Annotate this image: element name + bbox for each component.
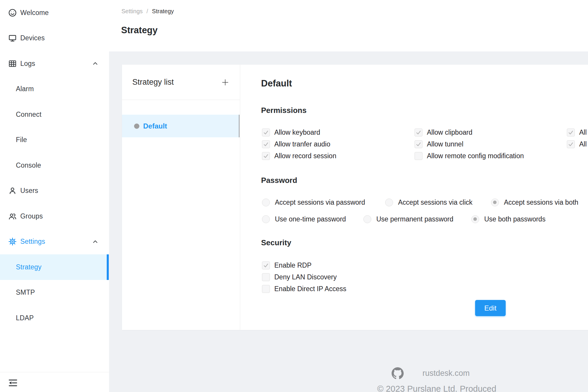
chevron-up-icon	[91, 238, 99, 246]
checkbox-checked[interactable]	[415, 129, 422, 136]
checkbox-checked[interactable]	[415, 140, 422, 148]
permissions-heading: Permissions	[261, 106, 307, 115]
user-icon	[8, 186, 17, 195]
permissions-grid: Allow keyboard Allow clipboard All Allow…	[262, 126, 588, 162]
strategy-list-title: Strategy list	[132, 78, 174, 87]
sidebar-item-label: Groups	[20, 212, 43, 220]
permission-allow-remote-config: Allow remote config modification	[415, 150, 567, 162]
security-enable-direct-ip: Enable Direct IP Access	[262, 283, 346, 295]
sidebar-item-logs[interactable]: Logs	[0, 51, 109, 76]
sidebar-item-groups[interactable]: Groups	[0, 203, 109, 229]
strategy-list-header: Strategy list	[122, 65, 240, 100]
radio-unselected[interactable]	[363, 215, 371, 223]
permission-truncated-2: All	[567, 138, 588, 150]
permission-allow-clipboard: Allow clipboard	[415, 126, 567, 138]
sidebar-item-strategy[interactable]: Strategy	[0, 254, 109, 280]
strategy-detail-title: Default	[261, 78, 292, 89]
users-icon	[8, 212, 17, 221]
sidebar-item-label: Welcome	[20, 9, 49, 17]
radio-selected[interactable]	[471, 215, 479, 223]
edit-button[interactable]: Edit	[475, 300, 506, 316]
sidebar-item-label: Settings	[20, 238, 45, 246]
checkbox-checked[interactable]	[262, 152, 270, 160]
radio-accept-via-click[interactable]: Accept sessions via click	[385, 196, 472, 208]
sidebar-divider	[0, 372, 109, 372]
permission-truncated-1: All	[567, 126, 588, 138]
radio-unselected[interactable]	[262, 215, 270, 223]
checkbox-unchecked[interactable]	[262, 273, 270, 281]
security-deny-lan-discovery: Deny LAN Discovery	[262, 271, 346, 283]
github-icon[interactable]	[392, 367, 404, 379]
radio-unselected[interactable]	[385, 198, 393, 206]
permission-allow-tunnel: Allow tunnel	[415, 138, 567, 150]
checkbox-unchecked[interactable]	[262, 285, 270, 293]
permission-allow-keyboard: Allow keyboard	[262, 126, 415, 138]
chevron-up-icon	[91, 60, 99, 67]
sidebar-item-smtp[interactable]: SMTP	[0, 280, 109, 306]
sidebar-item-settings[interactable]: Settings	[0, 229, 109, 255]
sidebar-item-devices[interactable]: Devices	[0, 26, 109, 51]
radio-permanent-password[interactable]: Use permanent password	[363, 213, 453, 225]
rustdesk-link[interactable]: rustdesk.com	[422, 369, 470, 378]
add-strategy-button[interactable]	[220, 77, 230, 88]
permission-allow-record-session: Allow record session	[262, 150, 415, 162]
sidebar-item-file[interactable]: File	[0, 127, 109, 153]
security-enable-rdp: Enable RDP	[262, 259, 346, 271]
radio-unselected[interactable]	[262, 198, 270, 206]
menu-fold-icon	[8, 378, 18, 388]
sidebar-item-label: Strategy	[16, 263, 41, 271]
plus-icon	[221, 78, 230, 87]
sidebar-item-label: SMTP	[16, 288, 35, 296]
permission-allow-transfer-audio: Allow tranfer audio	[262, 138, 415, 150]
sidebar-item-label: Logs	[20, 60, 35, 68]
password-heading: Password	[261, 176, 297, 185]
sidebar-item-label: Connect	[16, 111, 41, 119]
app-window: Welcome Devices Logs	[0, 0, 588, 392]
breadcrumb-separator: /	[146, 8, 148, 15]
sidebar-item-label: Alarm	[16, 85, 34, 93]
list-scrollbar[interactable]	[239, 115, 240, 137]
security-list: Enable RDP Deny LAN Discovery Enable Dir…	[262, 259, 346, 295]
checkbox-checked[interactable]	[567, 129, 575, 136]
strategy-card: Strategy list Default Default Permission…	[122, 65, 588, 330]
checkbox-checked[interactable]	[262, 129, 270, 136]
strategy-item-label: Default	[143, 122, 167, 130]
monitor-icon	[8, 34, 17, 43]
radio-accept-via-password[interactable]: Accept sessions via password	[262, 196, 365, 208]
breadcrumb-settings[interactable]: Settings	[121, 8, 143, 15]
radio-one-time-password[interactable]: Use one-time password	[262, 213, 346, 225]
sidebar-item-users[interactable]: Users	[0, 178, 109, 204]
sidebar-item-label: Users	[20, 187, 38, 195]
breadcrumb: Settings / Strategy	[121, 8, 174, 15]
strategy-list-panel: Strategy list Default	[122, 65, 240, 330]
sidebar-item-label: LDAP	[16, 314, 34, 322]
table-icon	[8, 59, 17, 68]
sidebar-item-connect[interactable]: Connect	[0, 102, 109, 127]
strategy-list-item-default[interactable]: Default	[122, 115, 240, 137]
checkbox-checked[interactable]	[567, 140, 575, 148]
sidebar-item-label: Devices	[20, 34, 45, 42]
collapse-sidebar-button[interactable]	[6, 376, 19, 389]
checkbox-checked[interactable]	[262, 261, 270, 269]
copyright-text: © 2023 Purslane Ltd. Produced	[377, 384, 496, 392]
radio-both-passwords[interactable]: Use both passwords	[471, 213, 545, 225]
radio-accept-via-both[interactable]: Accept sessions via both	[491, 196, 578, 208]
sidebar-item-alarm[interactable]: Alarm	[0, 76, 109, 102]
sidebar: Welcome Devices Logs	[0, 0, 109, 392]
breadcrumb-current: Strategy	[152, 8, 174, 15]
radio-selected[interactable]	[491, 198, 499, 206]
status-dot-icon	[134, 124, 139, 129]
gear-icon	[8, 237, 17, 246]
page-title: Strategy	[121, 25, 158, 36]
sidebar-item-ldap[interactable]: LDAP	[0, 305, 109, 331]
smiley-icon	[8, 8, 17, 17]
checkbox-checked[interactable]	[262, 140, 270, 148]
checkbox-unchecked[interactable]	[415, 152, 422, 160]
sidebar-item-label: File	[16, 136, 27, 144]
sidebar-item-label: Console	[16, 161, 41, 169]
sidebar-item-welcome[interactable]: Welcome	[0, 0, 109, 26]
sidebar-item-console[interactable]: Console	[0, 153, 109, 178]
security-heading: Security	[261, 238, 291, 247]
